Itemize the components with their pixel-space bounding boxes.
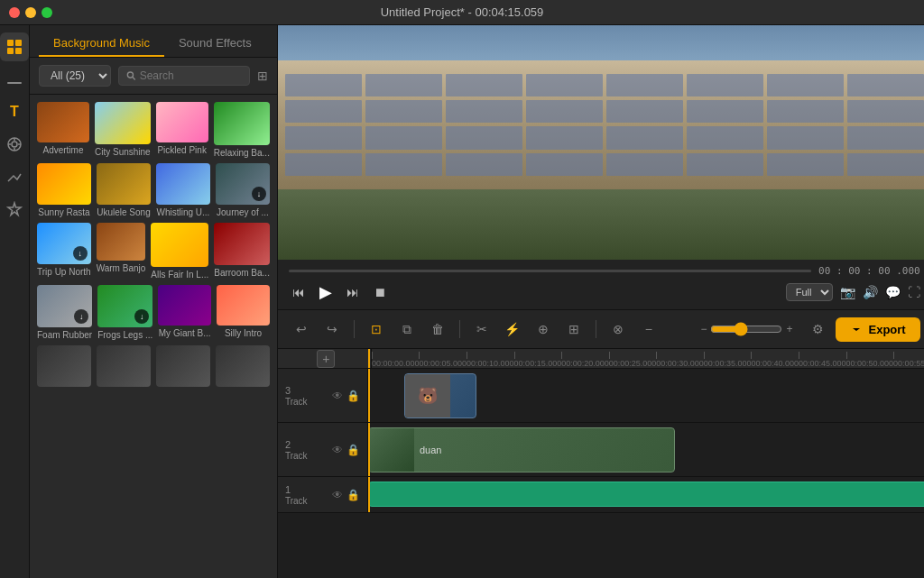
music-item-advertime[interactable]: Advertime (37, 102, 89, 158)
progress-track[interactable] (289, 270, 811, 272)
delete-button[interactable]: 🗑 (425, 317, 450, 342)
cut-button[interactable]: ✂ (469, 317, 494, 342)
svg-rect-1 (15, 40, 22, 46)
copy-button[interactable]: ⧉ (394, 317, 420, 342)
track-eye-button[interactable]: 👁 (332, 390, 343, 402)
track-content-1[interactable] (368, 477, 924, 512)
settings-button[interactable]: ⚙ (805, 317, 830, 342)
playback-controls: ⏮ ▶ ⏭ ⏹ Full 📷 🔊 💬 ⛶ (289, 280, 920, 304)
music-item-ukulele-song[interactable]: Ukulele Song (97, 163, 151, 217)
music-item-sunny-rasta[interactable]: Sunny Rasta (37, 163, 91, 217)
music-grid: Advertime City Sunshine Pickled Pink Rel… (30, 95, 277, 578)
track-content-3[interactable]: 🐻 (368, 369, 924, 422)
track-clip[interactable]: 🐻 (404, 373, 476, 418)
music-item-foam-rubber[interactable]: ↓ Foam Rubber (37, 285, 92, 340)
svg-rect-2 (7, 48, 14, 54)
ruler-mark: 00:00:40.000 (751, 352, 799, 368)
tab-background-music[interactable]: Background Music (39, 31, 164, 57)
undo-button[interactable]: ↩ (289, 317, 314, 342)
detach-button[interactable]: ⊗ (605, 317, 631, 342)
quality-select[interactable]: Full (786, 283, 833, 301)
search-input[interactable] (140, 69, 242, 82)
window-controls[interactable] (9, 7, 52, 18)
music-item-more1[interactable] (37, 345, 91, 390)
minus-button[interactable]: − (636, 317, 661, 342)
transform-button[interactable]: ⊞ (561, 317, 587, 342)
svg-point-11 (127, 72, 133, 78)
ruler-mark: 00:00:20.000 (561, 352, 609, 368)
stop-button[interactable]: ⏹ (370, 283, 390, 301)
sidebar-icon-transitions[interactable] (0, 162, 29, 191)
zoom-out-icon[interactable]: − (700, 323, 707, 335)
skip-forward-button[interactable]: ⏭ (343, 283, 363, 301)
ruler-mark: 00:00:10.000 (467, 352, 514, 368)
sidebar-icon-stickers[interactable] (0, 195, 29, 224)
sidebar-icon-effects[interactable] (0, 130, 29, 159)
search-box[interactable] (118, 66, 250, 86)
music-item-warm-banjo[interactable]: Warm Banjo (97, 223, 146, 280)
split-button[interactable]: ⊕ (531, 317, 556, 342)
filter-dropdown[interactable]: All (25) (39, 65, 111, 87)
music-item-more3[interactable] (156, 345, 210, 390)
music-item-trip-up-north[interactable]: ↓ Trip Up North (37, 223, 91, 280)
music-item-alls-fair[interactable]: Alls Fair In L... (151, 223, 208, 280)
music-item-city-sunshine[interactable]: City Sunshine (95, 102, 151, 158)
tab-sound-effects[interactable]: Sound Effects (164, 31, 266, 57)
fullscreen-icon[interactable]: ⛶ (908, 285, 920, 299)
export-icon (850, 323, 863, 335)
music-item-relaxing-ba[interactable]: Relaxing Ba... (214, 102, 270, 158)
window (847, 126, 924, 149)
redo-button[interactable]: ↪ (319, 317, 345, 342)
add-track-button[interactable]: + (317, 350, 335, 368)
window (847, 74, 924, 96)
music-item-pickled-pink[interactable]: Pickled Pink (156, 102, 208, 158)
track-eye-button[interactable]: 👁 (332, 489, 343, 501)
sidebar-icon-text[interactable]: T (0, 97, 29, 126)
panel-tabs: Background Music Sound Effects (30, 25, 277, 58)
track-content-2[interactable]: duan (368, 423, 924, 476)
grid-row-3: ↓ Trip Up North Warm Banjo Alls Fair In … (37, 223, 270, 280)
grid-toggle[interactable]: ⊞ (257, 69, 268, 83)
crop-button[interactable]: ⊡ (364, 317, 389, 342)
track-lock-button[interactable]: 🔒 (346, 489, 360, 501)
audio-icon[interactable]: 🔊 (863, 285, 878, 299)
music-item-silly-intro[interactable]: Silly Intro (217, 285, 270, 340)
left-panel: Background Music Sound Effects All (25) … (30, 25, 278, 578)
zoom-in-icon[interactable]: + (786, 323, 792, 335)
clip-name: duan (414, 441, 447, 459)
skip-back-button[interactable]: ⏮ (289, 283, 309, 301)
export-button[interactable]: Export (836, 317, 919, 342)
zoom-slider[interactable] (710, 322, 782, 336)
music-item-barroom[interactable]: Barroom Ba... (214, 223, 270, 280)
track-eye-button[interactable]: 👁 (332, 444, 343, 456)
window (526, 100, 603, 123)
track-lock-button[interactable]: 🔒 (346, 444, 360, 456)
window (285, 100, 362, 123)
track-audio-clip[interactable] (368, 482, 924, 507)
time-display: 00 : 00 : 00 .000 (818, 265, 920, 277)
ruler-mark: 00:00:50.000 (846, 352, 894, 368)
music-item-journey[interactable]: ↓ Journey of ... (216, 163, 270, 217)
close-button[interactable] (9, 7, 20, 18)
timeline-playhead[interactable] (368, 349, 370, 368)
music-item-whistling[interactable]: Whistling U... (156, 163, 210, 217)
music-item-more2[interactable] (97, 345, 151, 390)
maximize-button[interactable] (42, 7, 52, 18)
track-clip[interactable]: duan (368, 427, 675, 472)
minimize-button[interactable] (25, 7, 36, 18)
music-item-my-giant[interactable]: My Giant B... (158, 285, 211, 340)
ruler-mark: 00:00:05.000 (419, 352, 467, 368)
snapshot-icon[interactable]: 📷 (840, 285, 855, 299)
track-lock-button[interactable]: 🔒 (346, 390, 360, 402)
street (278, 189, 924, 260)
music-item-more4[interactable] (216, 345, 270, 390)
speed-button[interactable]: ⚡ (500, 317, 525, 342)
sidebar-icon-media[interactable] (0, 32, 29, 61)
svg-line-12 (133, 77, 135, 79)
play-button[interactable]: ▶ (316, 280, 336, 304)
sidebar-icon-audio[interactable] (0, 65, 29, 94)
window (446, 74, 522, 96)
playback-bar: 00 : 00 : 00 .000 ⏮ ▶ ⏭ ⏹ Full 📷 🔊 💬 ⛶ (278, 260, 924, 309)
subtitle-icon[interactable]: 💬 (885, 285, 901, 299)
music-item-frogs-legs[interactable]: ↓ Frogs Legs ... (97, 285, 152, 340)
